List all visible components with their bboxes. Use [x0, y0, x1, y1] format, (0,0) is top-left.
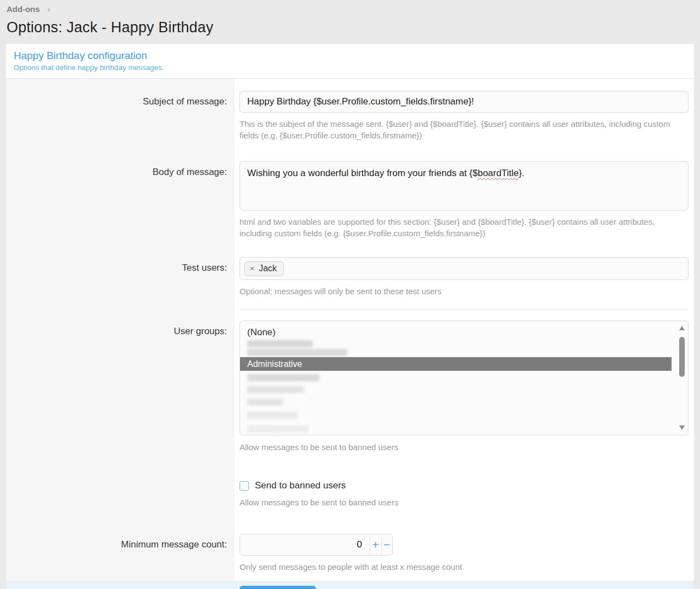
- user-group-option-redacted[interactable]: [247, 412, 298, 419]
- increment-button[interactable]: +: [370, 534, 382, 555]
- options-panel: Happy Birthday configuration Options tha…: [5, 43, 695, 589]
- send-to-banned-checkbox[interactable]: [240, 481, 249, 491]
- user-group-option-redacted[interactable]: [247, 399, 283, 406]
- user-group-option-redacted[interactable]: [247, 386, 304, 393]
- min-count-help: Only send messages to people with at lea…: [240, 561, 689, 573]
- decrement-button[interactable]: −: [382, 534, 393, 555]
- min-count-label: Minimum message count:: [6, 516, 235, 581]
- test-users-input[interactable]: × Jack: [240, 257, 689, 280]
- chevron-right-icon: ›: [48, 5, 50, 13]
- min-count-stepper: + −: [240, 534, 393, 556]
- subject-label: Subject of message:: [6, 79, 235, 149]
- listbox-scrollbar[interactable]: [678, 323, 686, 433]
- panel-subheading: Options that define happy birthday messa…: [14, 63, 686, 72]
- remove-tag-icon[interactable]: ×: [250, 265, 254, 272]
- breadcrumb-addons-link[interactable]: Add-ons: [7, 4, 40, 14]
- user-groups-label: User groups:: [6, 310, 235, 460]
- user-group-option-redacted[interactable]: [247, 425, 308, 433]
- scroll-down-icon[interactable]: [679, 425, 685, 430]
- scroll-up-icon[interactable]: [679, 326, 685, 330]
- options-form: Subject of message: This is the subject …: [6, 79, 694, 581]
- user-group-option-redacted[interactable]: [247, 349, 347, 356]
- page-title: Options: Jack - Happy Birthday: [7, 19, 693, 36]
- subject-field-cell: This is the subject of the message sent.…: [235, 79, 694, 149]
- body-text-after: }.: [518, 168, 524, 178]
- user-groups-help: Allow messages to be sent to banned user…: [240, 441, 689, 453]
- min-count-input[interactable]: [240, 534, 370, 555]
- body-label: Body of message:: [6, 149, 235, 247]
- body-help: html and two variables are supported for…: [240, 216, 689, 239]
- user-group-option-administrative[interactable]: Administrative: [240, 357, 672, 371]
- user-group-option-none[interactable]: (None): [240, 326, 688, 339]
- form-footer: Save: [6, 581, 694, 589]
- breadcrumb: Add-ons ›: [7, 3, 693, 14]
- min-count-field-cell: + − Only send messages to people with at…: [235, 516, 694, 581]
- user-group-option-redacted[interactable]: [247, 340, 313, 347]
- panel-heading: Happy Birthday configuration: [14, 50, 686, 62]
- test-users-label: Test users:: [6, 247, 235, 310]
- top-bar: Add-ons › Options: Jack - Happy Birthday: [0, 0, 700, 36]
- body-textarea[interactable]: Wishing you a wonderful birthday from yo…: [240, 161, 689, 211]
- body-field-cell: Wishing you a wonderful birthday from yo…: [235, 149, 694, 247]
- banned-label-cell: [6, 460, 235, 516]
- banned-field-cell: Send to banned users Allow messages to b…: [235, 460, 694, 516]
- body-text-misspelled: boardTitle: [477, 168, 518, 178]
- test-users-help: Optional: messages will only be sent to …: [240, 285, 689, 297]
- test-users-field-cell: × Jack Optional: messages will only be s…: [235, 247, 694, 310]
- banned-help: Allow messages to be sent to banned user…: [240, 497, 689, 508]
- body-text-before: Wishing you a wonderful birthday from yo…: [247, 168, 477, 178]
- send-to-banned-label[interactable]: Send to banned users: [255, 480, 346, 491]
- scrollbar-thumb[interactable]: [679, 337, 685, 377]
- panel-header: Happy Birthday configuration Options tha…: [6, 44, 694, 79]
- test-user-tag-label: Jack: [259, 264, 277, 273]
- subject-help: This is the subject of the message sent.…: [240, 118, 689, 141]
- test-user-tag: × Jack: [244, 261, 284, 276]
- user-groups-listbox[interactable]: (None) Administrative: [240, 320, 689, 435]
- user-groups-field-cell: (None) Administrative Al: [235, 310, 694, 460]
- user-group-option-redacted[interactable]: [247, 374, 319, 381]
- banned-check-row: Send to banned users: [240, 480, 689, 491]
- save-button[interactable]: Save: [240, 586, 316, 589]
- subject-input[interactable]: [240, 91, 689, 113]
